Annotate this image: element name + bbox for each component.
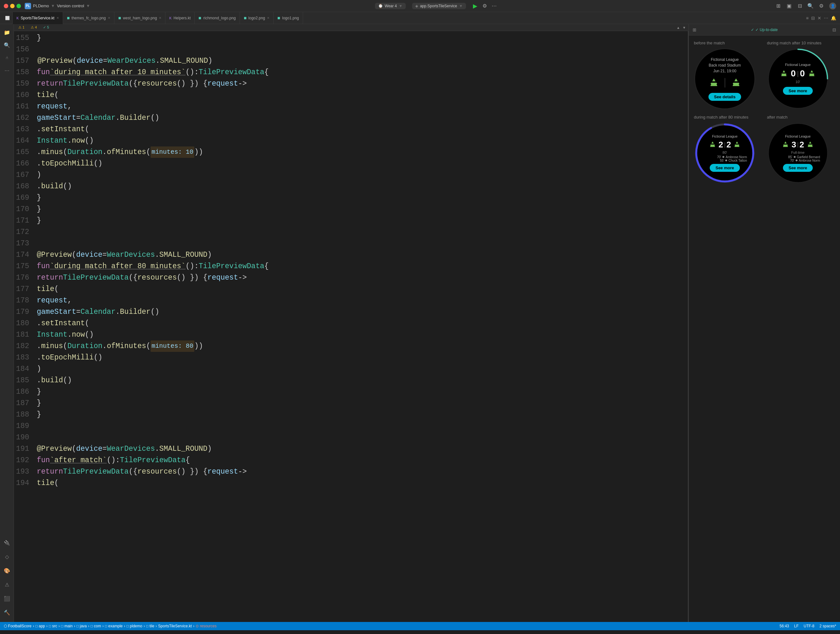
see-more-button-during10[interactable]: See more: [783, 87, 813, 95]
code-line-186: }: [37, 386, 684, 397]
preview-card-after: after match Fictional League: [767, 115, 835, 184]
breadcrumb-java[interactable]: □ java: [76, 624, 87, 628]
breadcrumb-main[interactable]: □ main: [61, 624, 73, 628]
tabbar-more-icon[interactable]: ⋯: [824, 16, 828, 21]
tab-close-icon[interactable]: ✕: [159, 16, 161, 20]
breadcrumb-symbol[interactable]: ⊙ resources: [196, 624, 216, 628]
breadcrumb-root[interactable]: ⬡ FootballScore: [4, 624, 32, 628]
sidebar-icon-template[interactable]: ◇: [1, 551, 13, 562]
preview-label-after: after match: [767, 115, 835, 120]
run-button[interactable]: ▶: [472, 3, 478, 9]
tab-logo2[interactable]: ◼ logo2.png ✕: [240, 12, 274, 24]
preview-panel-settings-icon[interactable]: ⊟: [832, 27, 836, 32]
preview-content: before the match Fictional LeagueBack ro…: [689, 35, 840, 622]
breadcrumb: ⬡ FootballScore › □ app › □ src › □ main…: [4, 624, 776, 628]
code-line-177: tile(: [37, 283, 684, 295]
tab-themes-logo[interactable]: ◼ themes_fc_logo.png ✕: [63, 12, 114, 24]
settings-icon[interactable]: ⚙: [818, 3, 824, 9]
code-line-162: gameStart = Calendar.Builder(): [37, 112, 684, 123]
tab-richmond-logo[interactable]: ◼ richmond_logo.png: [195, 12, 240, 24]
notification-bell[interactable]: 🔔: [831, 16, 836, 21]
png-icon: ◼: [118, 16, 121, 20]
more-button[interactable]: ⋯: [491, 3, 497, 9]
svg-point-20: [811, 144, 812, 144]
breadcrumb-src[interactable]: □ src: [49, 624, 57, 628]
code-line-183: .toEpochMilli(): [37, 352, 684, 363]
breadcrumb-app[interactable]: □ app: [35, 624, 45, 628]
svg-point-9: [813, 73, 813, 73]
kt-icon: K: [169, 16, 172, 20]
service-badge[interactable]: ◈ app.SportsTileService ▼: [412, 3, 466, 9]
close-button[interactable]: [4, 4, 8, 8]
sidebar-icon-git[interactable]: ⑃: [1, 52, 13, 63]
sidebar-icon-plugins[interactable]: 🔌: [1, 537, 13, 549]
sidebar-icon-search[interactable]: 🔍: [1, 39, 13, 51]
check-icon: ✓: [751, 28, 754, 32]
line-numbers: 155 156 157 158 159 160 161 162 163 164 …: [14, 31, 33, 622]
code-line-168: .build(): [37, 181, 684, 192]
breadcrumb-example[interactable]: □ example: [105, 624, 123, 628]
svg-point-12: [711, 144, 712, 144]
expand-icon[interactable]: ▲: [676, 26, 680, 30]
device-badge[interactable]: ⌚ Wear 4 ▼: [375, 3, 406, 9]
tab-close-icon[interactable]: ✕: [57, 16, 59, 20]
during10-league-text: Fictional League: [785, 63, 811, 66]
sidebar-icon-terminal[interactable]: ⬛: [1, 593, 13, 604]
tabbar-list-icon[interactable]: ≡: [806, 16, 808, 21]
tabbar: ⬜ K SportsTileService.kt ✕ ◼ themes_fc_l…: [0, 12, 840, 24]
profile-icon[interactable]: 👤: [829, 3, 836, 9]
preview-card-before: before the match Fictional LeagueBack ro…: [694, 41, 762, 110]
preview-panel-icon[interactable]: ⊞: [693, 27, 696, 32]
tab-close-icon[interactable]: ✕: [267, 16, 270, 20]
maximize-button[interactable]: [16, 4, 21, 8]
version-control-label: Version control: [57, 3, 84, 8]
see-more-button-after[interactable]: See more: [783, 164, 813, 172]
before-league-text: Fictional LeagueBack road StadiumJun 21,…: [709, 57, 741, 74]
code-line-156: [37, 44, 684, 55]
sidebar-left: 📁 🔍 ⑃ ⋯ 🔌 ◇ 🎨 ⚠ ⬛ 🔨: [0, 24, 14, 622]
code-line-159: return TilePreviewData({ resources() }) …: [37, 78, 684, 89]
tab-helpers[interactable]: K Helpers.kt: [166, 12, 195, 24]
preview-card-during80: during match after 80 minutes Fictional …: [694, 115, 762, 184]
breadcrumb-file[interactable]: SportsTileService.kt: [158, 624, 192, 628]
svg-point-1: [712, 81, 712, 82]
layout2-icon[interactable]: ▣: [786, 3, 792, 9]
code-line-157: @Preview(device = WearDevices.SMALL_ROUN…: [37, 55, 684, 66]
layout-icon[interactable]: ⊞: [775, 3, 781, 9]
preview-header-icons: ⊞: [693, 27, 696, 32]
android-icon-home: [708, 77, 720, 89]
tabbar-close-icon[interactable]: ✕: [818, 16, 821, 21]
sidebar-icon-paint[interactable]: 🎨: [1, 565, 13, 576]
tabbar-split-icon[interactable]: ⊟: [811, 16, 815, 21]
sidebar-icon-build[interactable]: 🔨: [1, 607, 13, 618]
layout3-icon[interactable]: ⊟: [797, 3, 803, 9]
breadcrumb-tile[interactable]: □ tile: [146, 624, 155, 628]
sidebar-icon-warning[interactable]: ⚠: [1, 579, 13, 590]
breadcrumb-com[interactable]: □ com: [91, 624, 101, 628]
tab-logo1[interactable]: ◼ logo1.png: [273, 12, 303, 24]
tab-sports-tile-service[interactable]: K SportsTileService.kt ✕: [13, 12, 63, 24]
sidebar-icon-folder[interactable]: 📁: [1, 27, 13, 38]
code-line-178: request,: [37, 295, 684, 306]
debug-button[interactable]: ⚙: [482, 3, 488, 9]
panel-icon[interactable]: ⬜: [3, 12, 13, 24]
collapse-icon[interactable]: ▼: [682, 26, 686, 30]
sidebar-icon-more[interactable]: ⋯: [1, 65, 13, 76]
tab-west-ham-logo[interactable]: ◼ west_ham_logo.png ✕: [114, 12, 166, 24]
see-details-button[interactable]: See details: [709, 93, 741, 101]
code-line-182: .minus(Duration.ofMinutes( minutes: 80)): [37, 340, 684, 352]
search-icon[interactable]: 🔍: [808, 3, 813, 9]
android-icon-away-after: [806, 141, 814, 149]
see-more-button-during80[interactable]: See more: [710, 164, 740, 172]
tab-close-icon[interactable]: ✕: [108, 16, 110, 20]
minimize-button[interactable]: [10, 4, 14, 8]
check-count-5: ✓ 5: [41, 25, 51, 30]
code-line-181: Instant.now(): [37, 329, 684, 340]
tab-label: logo1.png: [282, 16, 299, 20]
code-line-191: @Preview(device = WearDevices.SMALL_ROUN…: [37, 443, 684, 455]
code-lines[interactable]: } @Preview(device = WearDevices.SMALL_RO…: [33, 31, 688, 622]
after-league-text: Fictional League: [785, 134, 811, 138]
code-editor[interactable]: 155 156 157 158 159 160 161 162 163 164 …: [14, 31, 688, 622]
breadcrumb-pldemo[interactable]: □ pldemo: [126, 624, 142, 628]
preview-label-before: before the match: [694, 41, 762, 45]
